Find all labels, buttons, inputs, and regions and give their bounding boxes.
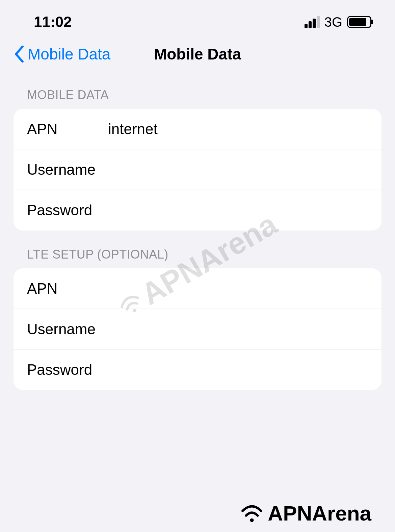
row-mobile-data-password[interactable]: Password [14, 190, 381, 231]
status-bar: 11:02 3G [0, 0, 395, 37]
row-mobile-data-apn[interactable]: APN [14, 109, 381, 149]
row-lte-username[interactable]: Username [14, 309, 381, 349]
row-lte-apn[interactable]: APN [14, 268, 381, 309]
svg-point-1 [250, 518, 254, 522]
back-label: Mobile Data [28, 45, 110, 63]
row-label-username: Username [27, 161, 108, 178]
row-lte-password[interactable]: Password [14, 349, 381, 390]
back-button[interactable]: Mobile Data [14, 45, 110, 63]
password-input[interactable] [108, 202, 368, 219]
section-lte-setup: LTE SETUP (OPTIONAL) APN Username Passwo… [0, 247, 395, 390]
row-label-lte-password: Password [27, 361, 108, 378]
apn-input[interactable] [108, 121, 368, 138]
signal-strength-icon [305, 16, 320, 28]
navigation-bar: Mobile Data Mobile Data [0, 37, 395, 71]
row-label-password: Password [27, 202, 108, 219]
row-label-lte-apn: APN [27, 280, 108, 297]
status-time: 11:02 [34, 14, 72, 30]
row-label-lte-username: Username [27, 321, 108, 338]
chevron-left-icon [14, 45, 25, 63]
network-type: 3G [324, 15, 342, 30]
row-label-apn: APN [27, 121, 108, 138]
section-card-mobile-data: APN Username Password [14, 109, 381, 231]
row-mobile-data-username[interactable]: Username [14, 149, 381, 190]
wifi-icon [240, 504, 264, 523]
section-mobile-data: MOBILE DATA APN Username Password [0, 88, 395, 231]
lte-password-input[interactable] [108, 361, 368, 378]
brand-text: APNArena [268, 501, 371, 525]
section-card-lte-setup: APN Username Password [14, 268, 381, 390]
brand-footer: APNArena [240, 501, 371, 525]
battery-icon [347, 16, 371, 28]
lte-apn-input[interactable] [108, 280, 368, 297]
status-right: 3G [305, 15, 371, 30]
section-header-mobile-data: MOBILE DATA [14, 88, 381, 109]
lte-username-input[interactable] [108, 321, 368, 338]
username-input[interactable] [108, 161, 368, 178]
section-header-lte-setup: LTE SETUP (OPTIONAL) [14, 247, 381, 268]
page-title: Mobile Data [154, 45, 241, 63]
